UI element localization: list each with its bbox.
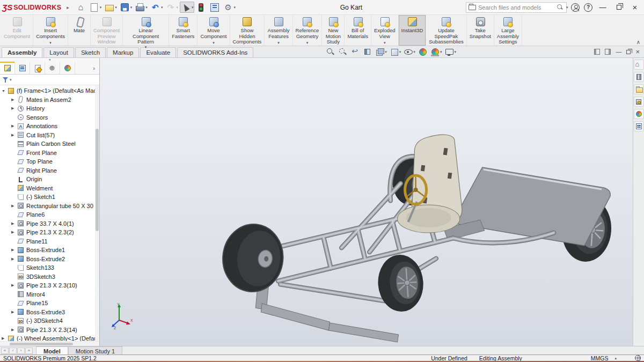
hud-button[interactable]	[350, 47, 361, 56]
tree-item[interactable]: ▶ Boss-Extrude2	[0, 255, 99, 264]
tree-expand-arrow[interactable]: ▶	[2, 336, 8, 341]
ribbon-button[interactable]: Take Snapshot	[467, 15, 494, 46]
dropdown-caret-icon[interactable]: ▾	[306, 41, 309, 45]
tab-nav-button[interactable]: »	[25, 348, 33, 354]
task-pane-button[interactable]	[634, 121, 644, 131]
dropdown-caret-icon[interactable]: ▾	[100, 5, 102, 10]
qat-button[interactable]	[75, 2, 87, 13]
menu-expand-arrow[interactable]: ▸	[67, 5, 69, 10]
close-button[interactable]: ×	[629, 3, 641, 12]
qat-button[interactable]: ▾	[164, 2, 179, 13]
tree-item[interactable]: Weldment	[0, 184, 99, 193]
tree-expand-arrow[interactable]: ▶	[11, 133, 17, 137]
panel-tab[interactable]	[15, 62, 30, 74]
qat-button[interactable]: ▾	[119, 2, 134, 13]
tree-item[interactable]: Plane6	[0, 210, 99, 219]
command-tab[interactable]: Assembly	[2, 47, 42, 57]
tree-expand-arrow[interactable]: ▶	[11, 98, 17, 102]
collapse-left-pane-icon[interactable]	[594, 49, 600, 55]
tree-item[interactable]: ▶ Cut list(57)	[0, 131, 99, 140]
task-pane-button[interactable]	[634, 97, 644, 107]
tree-expand-arrow[interactable]: ▶	[11, 257, 17, 261]
dropdown-caret-icon[interactable]: ▾	[440, 50, 442, 54]
qat-button[interactable]: ▾	[88, 2, 103, 13]
dropdown-caret-icon[interactable]: ▾	[145, 45, 147, 49]
tab-nav-button[interactable]: ‹	[9, 348, 17, 354]
qat-button[interactable]: ▾	[103, 2, 118, 13]
tree-item[interactable]: (-) Sketch1	[0, 193, 99, 202]
tree-item[interactable]: ▶ Pipe 21.3 X 2.3(2)	[0, 228, 99, 237]
scrollbar-thumb[interactable]	[10, 343, 73, 345]
panel-tab[interactable]	[30, 62, 45, 74]
tree-expand-arrow[interactable]: ▶	[11, 283, 17, 287]
panel-tab[interactable]	[45, 62, 60, 74]
tree-item[interactable]: ▶ History	[0, 104, 99, 113]
tree-item[interactable]: Sensors	[0, 113, 99, 122]
task-pane-button[interactable]	[634, 60, 644, 70]
bottom-tab[interactable]: Model	[36, 346, 68, 354]
search-input[interactable]	[478, 4, 554, 11]
search-box[interactable]: ▾	[466, 2, 567, 13]
doc-close-button[interactable]: ×	[635, 48, 640, 55]
ribbon-button[interactable]: Large Assembly Settings	[494, 15, 522, 46]
hud-button[interactable]: ▾	[389, 47, 402, 56]
tree-item[interactable]: Plane15	[0, 299, 99, 308]
search-icon[interactable]	[557, 4, 564, 11]
ribbon-button[interactable]: Instant3D	[399, 15, 427, 46]
gokart-model[interactable]	[100, 58, 633, 346]
tree-expand-arrow[interactable]: ▶	[11, 328, 17, 332]
tree-expand-arrow[interactable]: ▶	[11, 204, 17, 208]
dropdown-caret-icon[interactable]: ▾	[384, 41, 386, 45]
restore-button[interactable]	[613, 3, 625, 11]
qat-button[interactable]	[208, 2, 221, 13]
ribbon-button[interactable]: Component Preview Window	[91, 15, 123, 46]
doc-restore-button[interactable]	[626, 50, 631, 54]
tree-item[interactable]: Right Plane	[0, 166, 99, 175]
tree-vertical-scrollbar[interactable]	[95, 85, 99, 341]
tree-item[interactable]: ▼ (f) Frame<1> (Default<As Machi	[0, 86, 99, 95]
tree-item[interactable]: Top Plane	[0, 157, 99, 166]
tree-horizontal-scrollbar[interactable]	[0, 341, 99, 346]
tree-expand-arrow[interactable]: ▼	[2, 89, 8, 93]
doc-minimize-button[interactable]: —	[616, 49, 621, 55]
dropdown-caret-icon[interactable]: ▾	[130, 5, 133, 10]
dropdown-caret-icon[interactable]: ▾	[385, 50, 387, 54]
tree-item[interactable]: Sketch133	[0, 263, 99, 272]
ribbon-button[interactable]: Assembly Features ▾	[265, 15, 292, 46]
hud-button[interactable]: ▾	[375, 47, 387, 56]
ribbon-button[interactable]: Bill of Materials	[345, 15, 371, 46]
dropdown-caret-icon[interactable]: ▾	[176, 5, 178, 10]
tree-item[interactable]: ▶ Boss-Extrude1	[0, 246, 99, 255]
qat-button[interactable]: ▾	[149, 2, 164, 13]
tree-item[interactable]: ▶ Mates in Assem2	[0, 95, 99, 105]
tree-item[interactable]: ▶ Rectangular tube 50 X 30 X 2.	[0, 202, 99, 211]
hud-button[interactable]: ▾	[403, 47, 416, 56]
dropdown-caret-icon[interactable]: ▾	[413, 50, 415, 54]
task-pane-button[interactable]	[634, 72, 644, 82]
solidworks-logo[interactable]: ƷS SOLIDWORKS	[2, 3, 61, 12]
ribbon-button[interactable]: Update SpeedPak Subassemblies	[426, 15, 466, 46]
dropdown-caret-icon[interactable]: ▾	[213, 41, 215, 45]
ribbon-button[interactable]: New Motion Study	[322, 15, 345, 46]
command-tab[interactable]: Sketch	[75, 47, 106, 57]
panel-drag-handle[interactable]: ●	[0, 58, 99, 62]
dropdown-caret-icon[interactable]: ▾	[145, 5, 148, 10]
dropdown-caret-icon[interactable]: ▾	[454, 50, 456, 54]
tree-item[interactable]: ▶ (-) Wheel Assembly<1> (Default)	[0, 334, 99, 341]
dropdown-caret-icon[interactable]: ▾	[192, 5, 194, 10]
ribbon-button[interactable]: Move Component ▾	[197, 15, 230, 46]
filter-icon[interactable]	[2, 77, 9, 83]
hud-button[interactable]: ▾	[430, 47, 443, 56]
ribbon-button[interactable]: Mate	[68, 15, 91, 46]
tree-expand-arrow[interactable]: ▶	[11, 221, 17, 226]
dropdown-caret-icon[interactable]: ▾	[233, 5, 236, 10]
hud-button[interactable]	[325, 47, 336, 56]
tree-expand-arrow[interactable]: ▶	[11, 124, 17, 128]
ribbon-button[interactable]: Exploded View ▾	[371, 15, 399, 46]
dropdown-caret-icon[interactable]: ▾	[399, 50, 401, 54]
scrollbar-thumb[interactable]	[96, 129, 99, 231]
collapse-right-pane-icon[interactable]	[605, 49, 611, 55]
tree-item[interactable]: Front Plane	[0, 149, 99, 158]
tree-item[interactable]: Mirror4	[0, 290, 99, 299]
tab-nav-button[interactable]: «	[1, 348, 9, 354]
